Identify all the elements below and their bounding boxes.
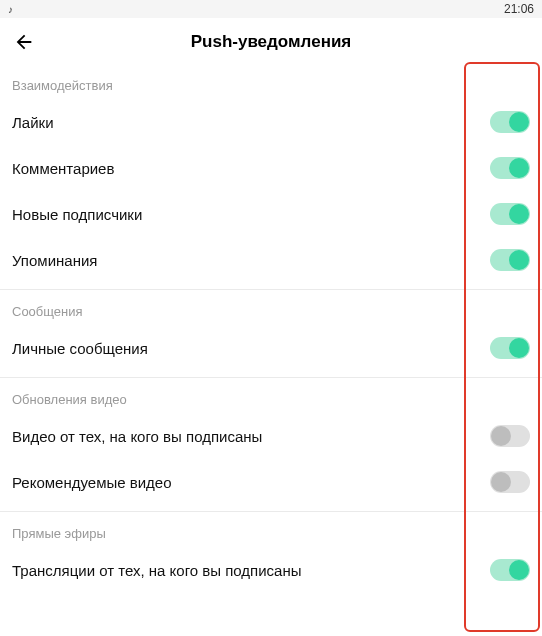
music-note-icon: ♪ [8,4,13,15]
row-following-video: Видео от тех, на кого вы подписаны [0,413,542,459]
toggle-recommended-video[interactable] [490,471,530,493]
row-mentions: Упоминания [0,237,542,283]
toggle-broadcasts[interactable] [490,559,530,581]
row-broadcasts: Трансляции от тех, на кого вы подписаны [0,547,542,593]
label-mentions: Упоминания [12,252,97,269]
toggle-likes[interactable] [490,111,530,133]
status-bar: ♪ 21:06 [0,0,542,18]
toggle-knob [491,426,511,446]
label-followers: Новые подписчики [12,206,142,223]
status-time: 21:06 [504,2,534,16]
toggle-knob [491,472,511,492]
toggle-mentions[interactable] [490,249,530,271]
header: Push-уведомления [0,18,542,64]
back-button[interactable] [12,30,36,54]
label-recommended-video: Рекомендуемые видео [12,474,172,491]
row-comments: Комментариев [0,145,542,191]
toggle-knob [509,250,529,270]
toggle-knob [509,158,529,178]
section-messages-header: Сообщения [0,290,542,325]
row-dm: Личные сообщения [0,325,542,371]
label-broadcasts: Трансляции от тех, на кого вы подписаны [12,562,302,579]
label-likes: Лайки [12,114,54,131]
toggle-followers[interactable] [490,203,530,225]
toggle-comments[interactable] [490,157,530,179]
toggle-knob [509,560,529,580]
section-live-header: Прямые эфиры [0,512,542,547]
section-video-header: Обновления видео [0,378,542,413]
page-title: Push-уведомления [191,32,352,52]
settings-content: Взаимодействия Лайки Комментариев Новые … [0,64,542,593]
row-recommended-video: Рекомендуемые видео [0,459,542,505]
section-interactions-header: Взаимодействия [0,64,542,99]
toggle-dm[interactable] [490,337,530,359]
label-dm: Личные сообщения [12,340,148,357]
row-followers: Новые подписчики [0,191,542,237]
row-likes: Лайки [0,99,542,145]
toggle-following-video[interactable] [490,425,530,447]
label-following-video: Видео от тех, на кого вы подписаны [12,428,262,445]
toggle-knob [509,204,529,224]
toggle-knob [509,112,529,132]
toggle-knob [509,338,529,358]
arrow-left-icon [13,31,35,53]
label-comments: Комментариев [12,160,114,177]
